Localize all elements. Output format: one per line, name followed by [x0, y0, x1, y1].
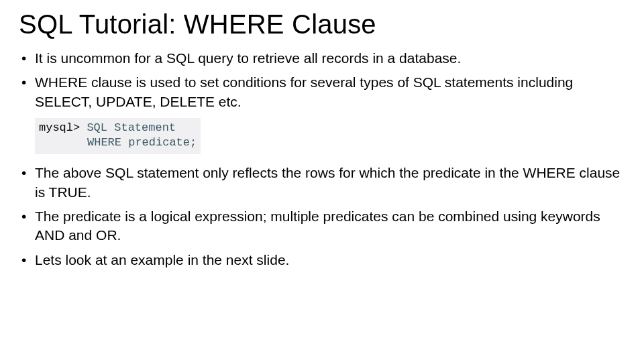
- bullet-list-bottom: The above SQL statement only reflects th…: [19, 164, 625, 269]
- code-line: mysql> SQL Statement: [39, 121, 197, 135]
- bullet-item: Lets look at an example in the next slid…: [19, 251, 625, 269]
- bullet-item: WHERE clause is used to set conditions f…: [19, 73, 625, 111]
- slide-title: SQL Tutorial: WHERE Clause: [19, 9, 625, 40]
- bullet-item: The predicate is a logical expression; m…: [19, 207, 625, 245]
- bullet-list-top: It is uncommon for a SQL query to retrie…: [19, 49, 625, 111]
- code-line: WHERE predicate;: [39, 135, 197, 150]
- code-prompt: mysql>: [39, 121, 80, 134]
- code-block: mysql> SQL Statement WHERE predicate;: [35, 118, 201, 154]
- code-text: SQL Statement: [87, 121, 176, 134]
- slide: SQL Tutorial: WHERE Clause It is uncommo…: [0, 0, 644, 362]
- code-text: WHERE predicate;: [87, 136, 197, 149]
- bullet-item: The above SQL statement only reflects th…: [19, 164, 625, 202]
- bullet-item: It is uncommon for a SQL query to retrie…: [19, 49, 625, 68]
